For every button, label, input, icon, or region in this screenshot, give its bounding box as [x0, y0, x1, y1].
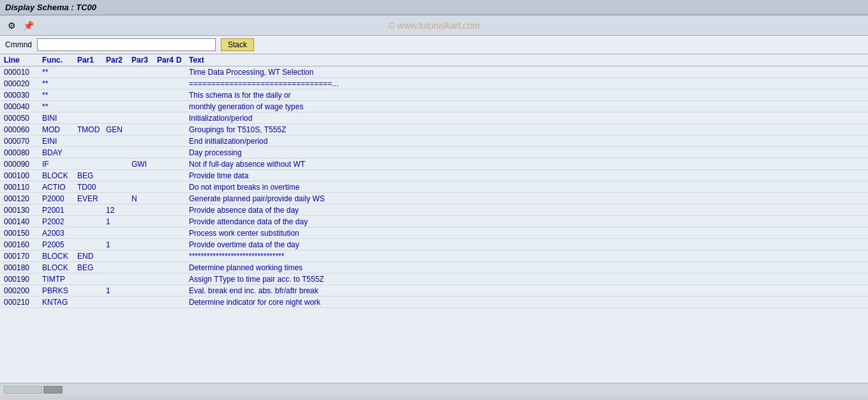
- command-bar: Cmmnd Stack: [0, 36, 868, 54]
- cell-text: Determine indicator for core night work: [189, 298, 864, 307]
- cell-par1: TMOD: [77, 125, 106, 134]
- cell-text: Do not import breaks in overtime: [189, 183, 864, 192]
- cell-line: 000050: [4, 114, 42, 123]
- cell-text: Assign TType to time pair acc. to T555Z: [189, 275, 864, 284]
- watermark: © www.tutorialkart.com: [388, 20, 479, 31]
- cell-func: **: [42, 102, 77, 111]
- toolbar: ⚙ 📌 © www.tutorialkart.com: [0, 15, 868, 36]
- cell-par1: BEG: [77, 171, 106, 180]
- cell-func: PBRKS: [42, 286, 77, 295]
- table-row[interactable]: 000110 ACTIO TD00 Do not import breaks i…: [0, 181, 868, 193]
- cell-line: 000200: [4, 286, 42, 295]
- cell-text: End initialization/period: [189, 137, 864, 146]
- cell-line: 000120: [4, 194, 42, 203]
- cell-line: 000170: [4, 252, 42, 261]
- cell-func: ACTIO: [42, 183, 77, 192]
- bottom-scrollbar-left[interactable]: [4, 386, 42, 394]
- table-row[interactable]: 000120 P2000 EVER N Generate planned pai…: [0, 193, 868, 204]
- cell-par2: 1: [106, 286, 131, 295]
- header-func: Func.: [42, 56, 77, 65]
- table-row[interactable]: 000040 ** monthly generation of wage typ…: [0, 101, 868, 112]
- cell-line: 000060: [4, 125, 42, 134]
- table-row[interactable]: 000100 BLOCK BEG Provide time data: [0, 170, 868, 181]
- cell-func: P2005: [42, 240, 77, 249]
- table-row[interactable]: 000090 IF GWI Not if full-day absence wi…: [0, 158, 868, 170]
- cell-text: Time Data Processing, WT Selection: [189, 68, 864, 77]
- table-row[interactable]: 000190 TIMTP Assign TType to time pair a…: [0, 273, 868, 285]
- table-row[interactable]: 000210 KNTAG Determine indicator for cor…: [0, 296, 868, 308]
- cell-func: P2002: [42, 217, 77, 226]
- cell-line: 000030: [4, 91, 42, 100]
- cell-func: **: [42, 79, 77, 88]
- pin-icon[interactable]: 📌: [22, 19, 34, 32]
- page-title: Display Schema : TC00: [5, 3, 96, 12]
- header-line: Line: [4, 56, 42, 65]
- table-container: Line Func. Par1 Par2 Par3 Par4 D Text 00…: [0, 54, 868, 383]
- cell-func: MOD: [42, 125, 77, 134]
- command-input[interactable]: [37, 38, 216, 51]
- cell-line: 000210: [4, 298, 42, 307]
- cell-text: monthly generation of wage types: [189, 102, 864, 111]
- cell-func: **: [42, 91, 77, 100]
- table-row[interactable]: 000060 MOD TMOD GEN Groupings for T510S,…: [0, 124, 868, 135]
- table-row[interactable]: 000140 P2002 1 Provide attendance data o…: [0, 216, 868, 227]
- cell-line: 000140: [4, 217, 42, 226]
- cell-text: Provide absence data of the day: [189, 206, 864, 215]
- table-row[interactable]: 000010 ** Time Data Processing, WT Selec…: [0, 66, 868, 78]
- header-par3: Par3: [131, 56, 157, 65]
- table-row[interactable]: 000150 A2003 Process work center substit…: [0, 227, 868, 239]
- cell-line: 000040: [4, 102, 42, 111]
- table-body: 000010 ** Time Data Processing, WT Selec…: [0, 66, 868, 308]
- table-row[interactable]: 000160 P2005 1 Provide overtime data of …: [0, 239, 868, 250]
- command-label: Cmmnd: [5, 40, 32, 49]
- table-row[interactable]: 000020 ** ==============================…: [0, 78, 868, 89]
- cell-func: BINI: [42, 114, 77, 123]
- cell-text: Eval. break end inc. abs. bfr/aftr break: [189, 286, 864, 295]
- cell-func: P2001: [42, 206, 77, 215]
- table-header: Line Func. Par1 Par2 Par3 Par4 D Text: [0, 54, 868, 66]
- cell-text: Not if full-day absence without WT: [189, 160, 864, 169]
- cell-text: Day processing: [189, 148, 864, 157]
- stack-button[interactable]: Stack: [221, 38, 254, 51]
- cell-func: IF: [42, 160, 77, 169]
- cell-par1: EVER: [77, 194, 106, 203]
- cell-line: 000180: [4, 263, 42, 272]
- cell-text: Groupings for T510S, T555Z: [189, 125, 864, 134]
- cell-text: Provide overtime data of the day: [189, 240, 864, 249]
- cell-text: ********************************: [189, 252, 864, 261]
- header-d: D: [176, 56, 189, 65]
- cell-par2: 1: [106, 217, 131, 226]
- table-row[interactable]: 000180 BLOCK BEG Determine planned worki…: [0, 262, 868, 273]
- table-row[interactable]: 000170 BLOCK END ***********************…: [0, 250, 868, 262]
- cell-func: **: [42, 68, 77, 77]
- cell-text: Generate planned pair/provide daily WS: [189, 194, 864, 203]
- cell-line: 000100: [4, 171, 42, 180]
- table-row[interactable]: 000080 BDAY Day processing: [0, 147, 868, 158]
- cell-line: 000020: [4, 79, 42, 88]
- cell-func: EINI: [42, 137, 77, 146]
- cell-func: BLOCK: [42, 263, 77, 272]
- table-row[interactable]: 000130 P2001 12 Provide absence data of …: [0, 204, 868, 216]
- table-row[interactable]: 000030 ** This schema is for the daily o…: [0, 89, 868, 101]
- title-bar: Display Schema : TC00: [0, 0, 868, 15]
- table-row[interactable]: 000200 PBRKS 1 Eval. break end inc. abs.…: [0, 285, 868, 296]
- cell-text: Process work center substitution: [189, 229, 864, 238]
- cell-par3: N: [131, 194, 157, 203]
- header-text: Text: [189, 56, 864, 65]
- cell-line: 000160: [4, 240, 42, 249]
- cell-line: 000150: [4, 229, 42, 238]
- table-row[interactable]: 000050 BINI Initialization/period: [0, 112, 868, 124]
- cell-line: 000190: [4, 275, 42, 284]
- table-row[interactable]: 000070 EINI End initialization/period: [0, 135, 868, 147]
- cell-text: Initialization/period: [189, 114, 864, 123]
- bottom-bar: [0, 383, 868, 396]
- cell-text: This schema is for the daily or: [189, 91, 864, 100]
- cell-func: P2000: [42, 194, 77, 203]
- settings-icon[interactable]: ⚙: [5, 19, 18, 32]
- cell-par2: 1: [106, 240, 131, 249]
- bottom-scrollbar-thumb[interactable]: [43, 386, 63, 394]
- header-par4: Par4: [157, 56, 176, 65]
- cell-func: BLOCK: [42, 252, 77, 261]
- cell-text: Provide attendance data of the day: [189, 217, 864, 226]
- cell-line: 000070: [4, 137, 42, 146]
